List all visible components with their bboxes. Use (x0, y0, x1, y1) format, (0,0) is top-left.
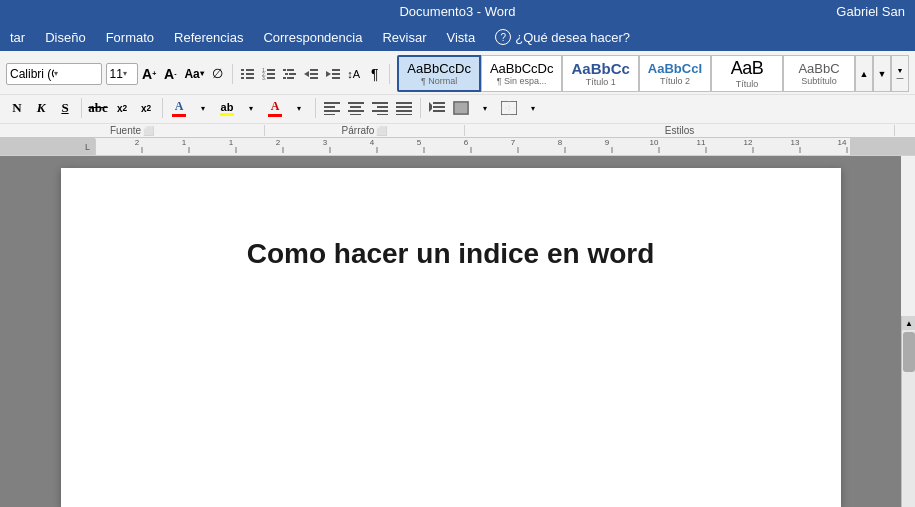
style-sin-espacio-preview: AaBbCcDc (490, 61, 554, 76)
style-titulo2[interactable]: AaBbCcI Título 2 (639, 55, 711, 92)
font-name-dropdown-icon: ▾ (54, 69, 98, 78)
svg-rect-32 (348, 110, 364, 112)
text-color-button[interactable]: A (168, 97, 190, 119)
svg-rect-20 (310, 73, 318, 75)
svg-rect-40 (396, 110, 412, 112)
svg-rect-5 (246, 77, 254, 79)
scrollbar-up-arrow[interactable]: ▲ (902, 316, 915, 330)
font-color2-button[interactable]: A (264, 97, 286, 119)
menu-help[interactable]: ? ¿Qué desea hacer? (485, 25, 640, 49)
align-right-button[interactable] (369, 97, 391, 119)
document-title: Documento3 - Word (399, 4, 515, 19)
menu-formato[interactable]: Formato (96, 26, 164, 49)
menu-diseno[interactable]: Diseño (35, 26, 95, 49)
separator2 (389, 64, 390, 84)
clear-formatting-button[interactable]: ∅ (208, 63, 227, 85)
italic-button[interactable]: K (30, 97, 52, 119)
text-color-dropdown[interactable]: ▾ (192, 97, 214, 119)
styles-scroll-down[interactable]: ▼ (873, 55, 891, 92)
styles-panel: AaBbCcDc ¶ Normal AaBbCcDc ¶ Sin espa...… (397, 55, 909, 92)
decrease-indent-button[interactable] (302, 63, 321, 85)
style-subtitulo-preview: AaBbC (798, 61, 839, 76)
borders-button[interactable] (498, 97, 520, 119)
group-fuente-label: Fuente (110, 125, 141, 136)
main-content: Como hacer un indice en word (0, 156, 901, 507)
svg-text:10: 10 (650, 138, 659, 147)
svg-rect-37 (377, 114, 388, 115)
font-increase-button[interactable]: A+ (140, 63, 159, 85)
svg-marker-22 (326, 71, 331, 77)
highlight-dropdown[interactable]: ▾ (240, 97, 262, 119)
scrollbar-thumb[interactable] (903, 332, 915, 372)
svg-text:2: 2 (135, 138, 140, 147)
svg-rect-1 (246, 69, 254, 71)
group-parrafo-expand[interactable]: ⬜ (376, 126, 387, 136)
style-normal-label: ¶ Normal (421, 76, 457, 86)
svg-rect-24 (332, 73, 340, 75)
ruler-right-margin (850, 138, 915, 155)
align-center-button[interactable] (345, 97, 367, 119)
multilevel-list-button[interactable] (281, 63, 300, 85)
svg-text:1: 1 (229, 138, 234, 147)
borders-dropdown[interactable]: ▾ (522, 97, 544, 119)
line-spacing-button[interactable] (426, 97, 448, 119)
styles-scroll-up[interactable]: ▲ (855, 55, 873, 92)
font-name-value: Calibri (Cuerp (10, 67, 54, 81)
font-name-selector[interactable]: Calibri (Cuerp ▾ (6, 63, 102, 85)
menu-correspondencia[interactable]: Correspondencia (253, 26, 372, 49)
toolbar-row2: N K S abc x2 x2 A ▾ ab ▾ (0, 95, 915, 123)
style-normal[interactable]: AaBbCcDc ¶ Normal (397, 55, 481, 92)
underline-button[interactable]: S (54, 97, 76, 119)
style-titulo1[interactable]: AaBbCc Título 1 (562, 55, 638, 92)
menu-revisar[interactable]: Revisar (372, 26, 436, 49)
vertical-scrollbar[interactable]: ▲ (901, 316, 915, 507)
svg-rect-35 (377, 106, 388, 108)
style-titulo[interactable]: AaB Título (711, 55, 783, 92)
tab-stop-indicator[interactable]: L (80, 139, 96, 155)
ribbon-groups: Fuente ⬜ Párrafo ⬜ Estilos (0, 123, 915, 137)
svg-rect-0 (241, 69, 244, 71)
subscript-button[interactable]: x2 (111, 97, 133, 119)
increase-indent-button[interactable] (323, 63, 342, 85)
strikethrough-button[interactable]: abc (87, 97, 109, 119)
highlight-button[interactable]: ab (216, 97, 238, 119)
svg-text:3: 3 (323, 138, 328, 147)
svg-rect-31 (350, 106, 361, 108)
svg-rect-42 (433, 102, 445, 104)
svg-rect-23 (332, 69, 340, 71)
show-formatting-button[interactable]: ¶ (365, 63, 384, 85)
document-heading: Como hacer un indice en word (141, 238, 761, 270)
shading-dropdown[interactable]: ▾ (474, 97, 496, 119)
font-size-dropdown-icon: ▾ (123, 69, 134, 78)
styles-more[interactable]: ▼— (891, 55, 909, 92)
font-decrease-button[interactable]: A- (161, 63, 180, 85)
font-color2-dropdown[interactable]: ▾ (288, 97, 310, 119)
group-fuente-expand[interactable]: ⬜ (143, 126, 154, 136)
bullet-list-button[interactable] (238, 63, 257, 85)
superscript-button[interactable]: x2 (135, 97, 157, 119)
svg-rect-19 (310, 69, 318, 71)
svg-rect-9 (267, 73, 275, 75)
style-titulo-label: Título (736, 79, 759, 89)
style-titulo1-label: Título 1 (586, 77, 616, 87)
menu-vista[interactable]: Vista (437, 26, 486, 49)
svg-rect-29 (324, 114, 335, 115)
svg-text:13: 13 (791, 138, 800, 147)
style-subtitulo[interactable]: AaBbC Subtítulo (783, 55, 855, 92)
separator1 (232, 64, 233, 84)
bold-button[interactable]: N (6, 97, 28, 119)
sort-button[interactable]: ↕A (344, 63, 363, 85)
menu-bar: tar Diseño Formato Referencias Correspon… (0, 23, 915, 51)
font-size-selector[interactable]: 11 ▾ (106, 63, 138, 85)
svg-rect-27 (324, 106, 335, 108)
numbered-list-button[interactable]: 1.2.3. (259, 63, 278, 85)
change-case-button[interactable]: Aa▾ (182, 63, 206, 85)
svg-rect-34 (372, 102, 388, 104)
svg-marker-18 (304, 71, 309, 77)
align-justify-button[interactable] (393, 97, 415, 119)
menu-referencias[interactable]: Referencias (164, 26, 253, 49)
style-sin-espacio[interactable]: AaBbCcDc ¶ Sin espa... (481, 55, 563, 92)
shading-button[interactable] (450, 97, 472, 119)
align-left-button[interactable] (321, 97, 343, 119)
menu-tar[interactable]: tar (0, 26, 35, 49)
